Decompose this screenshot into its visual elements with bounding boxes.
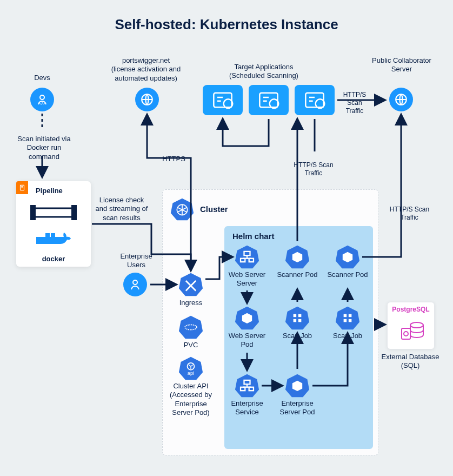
cluster-api-label: Cluster API (Accessed by Enterprise Serv…: [164, 382, 218, 417]
svg-rect-11: [35, 208, 72, 217]
portswigger-text: portswigger.net: [122, 56, 170, 64]
pipeline-pipe-icon: [29, 202, 78, 223]
globe-icon-collaborator: [389, 88, 413, 111]
target-app-2: [249, 85, 289, 115]
svg-rect-45: [298, 314, 302, 318]
docker-text: docker: [16, 255, 91, 263]
scan-job-2-icon: [335, 306, 360, 330]
svg-marker-43: [285, 307, 309, 329]
license-check-label: License check and streaming of scan resu…: [95, 196, 149, 222]
pvc-label: PVC: [172, 341, 210, 349]
postgresql-box: PostgreSQL: [387, 302, 435, 349]
svg-rect-3: [214, 93, 231, 108]
svg-text:api: api: [188, 371, 194, 376]
target-apps-text: Target Applications: [234, 63, 293, 71]
enterprise-users-label: Enterprise Users: [112, 252, 161, 270]
web-server-svc-label: Web Server Server: [224, 270, 270, 288]
target-app-3: [295, 85, 335, 115]
svg-rect-13: [71, 205, 77, 220]
devs-icon: </>: [30, 88, 54, 111]
enterprise-server-pod-label: Enterprise Server Pod: [276, 399, 319, 417]
target-app-1: [203, 85, 243, 115]
enterprise-server-pod-icon: [285, 373, 310, 398]
svg-point-63: [404, 332, 408, 336]
pvc-icon: [178, 315, 203, 340]
target-apps-sub: (Scheduled Scanning): [229, 71, 298, 80]
enterprise-service-label: Enterprise Service: [224, 399, 270, 417]
svg-rect-12: [30, 205, 36, 220]
svg-text:</>: </>: [39, 102, 45, 105]
edge-scan-traffic-2: HTTP/S Scan Traffic: [287, 161, 341, 177]
edge-scan-traffic-3: HTTP/S Scan Traffic: [384, 206, 435, 222]
external-db-label: External Database (SQL): [379, 353, 441, 371]
scanner-pod-2-icon: [335, 244, 360, 269]
scanner-pod-1-label: Scanner Pod: [276, 270, 319, 279]
svg-point-19: [133, 280, 137, 285]
svg-rect-17: [45, 233, 50, 237]
web-server-svc-icon: [235, 244, 259, 269]
portswigger-label: portswigger.net (license activation and …: [97, 56, 195, 83]
scan-job-1-icon: [285, 306, 310, 330]
svg-rect-46: [294, 319, 297, 322]
svg-marker-48: [336, 307, 359, 329]
diagram-title: Self-hosted: Kubernetes Instance: [0, 16, 453, 33]
helm-title: Helm chart: [232, 232, 297, 242]
edge-https: HTTPS: [157, 155, 191, 163]
docker-logo-icon: [34, 229, 74, 256]
svg-rect-51: [344, 319, 347, 322]
svg-rect-50: [349, 314, 352, 318]
svg-point-0: [40, 95, 44, 100]
svg-rect-5: [259, 93, 277, 108]
svg-rect-7: [305, 93, 323, 108]
svg-marker-26: [179, 316, 203, 339]
svg-rect-44: [294, 314, 297, 318]
svg-rect-49: [344, 314, 347, 318]
pipeline-title: Pipeline: [36, 187, 84, 195]
scan-job-2-label: Scan Job: [328, 332, 368, 340]
postgresql-label: PostgreSQL: [388, 306, 434, 314]
scan-job-1-label: Scan Job: [277, 332, 317, 340]
enterprise-service-icon: [235, 373, 259, 398]
web-server-pod-label: Web Server Pod: [224, 332, 270, 349]
svg-point-61: [410, 322, 423, 328]
globe-icon-portswigger: [135, 88, 159, 111]
collaborator-label: Public Collaborator Server: [369, 56, 434, 74]
scanner-pod-1-icon: [285, 244, 310, 269]
portswigger-sub: (license activation and automated update…: [111, 65, 181, 82]
target-apps-label: Target Applications (Scheduled Scanning): [212, 63, 315, 81]
postgresql-icon: [398, 316, 425, 343]
scan-initiated-label: Scan initiated via Docker run command: [11, 135, 77, 161]
devs-label: Devs: [21, 74, 64, 82]
scanner-pod-2-label: Scanner Pod: [326, 270, 369, 279]
edge-scan-traffic-1: HTTP/S Scan Traffic: [338, 91, 371, 115]
cluster-title: Cluster: [200, 204, 238, 215]
pipeline-tab-icon: [16, 181, 28, 194]
svg-rect-52: [349, 319, 352, 322]
cluster-api-icon: api: [178, 356, 203, 381]
ingress-label: Ingress: [172, 299, 210, 307]
svg-rect-62: [402, 328, 410, 339]
enterprise-users-icon: [123, 273, 147, 296]
svg-rect-18: [51, 233, 55, 237]
kubernetes-icon: [170, 197, 194, 221]
svg-rect-47: [298, 319, 302, 322]
ingress-icon: [178, 272, 203, 297]
pipeline-panel: Pipeline docker: [16, 181, 91, 267]
web-server-pod-icon: [235, 306, 259, 330]
svg-marker-25: [179, 273, 203, 296]
